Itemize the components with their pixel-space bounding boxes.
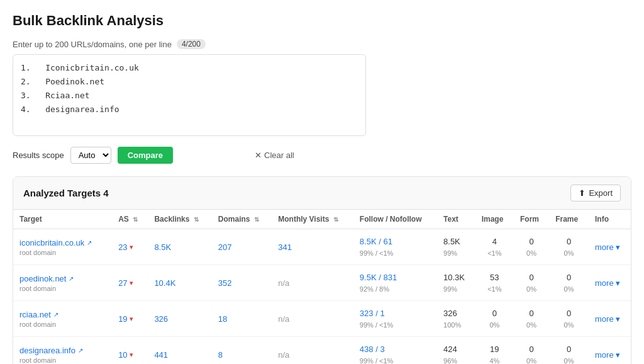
page-title: Bulk Backlink Analysis xyxy=(13,13,631,29)
text-value-3: 424 xyxy=(443,343,469,356)
cell-frame-2: 0 0% xyxy=(549,301,589,337)
follow-pct-2: 99% / <1% xyxy=(360,320,431,331)
cell-info-2: more ▾ xyxy=(589,301,631,337)
target-link-2[interactable]: rciaa.net ↗ xyxy=(19,310,106,319)
more-link-0[interactable]: more ▾ xyxy=(595,242,625,252)
target-link-1[interactable]: poedinok.net ↗ xyxy=(19,274,106,283)
urls-textarea[interactable]: 1. Iconicbritain.co.uk 2. Poedinok.net 3… xyxy=(13,54,366,136)
cell-monthly-visits-0: 341 xyxy=(272,229,353,265)
form-pct-3: 0% xyxy=(520,356,543,365)
col-frame: Frame xyxy=(549,210,589,229)
cell-backlinks-0: 8.5K xyxy=(148,229,211,265)
form-pct-1: 0% xyxy=(520,284,543,295)
frame-pct-0: 0% xyxy=(555,248,582,259)
text-value-1: 10.3K xyxy=(443,271,469,284)
backlinks-value-0[interactable]: 8.5K xyxy=(154,242,171,252)
more-link-1[interactable]: more ▾ xyxy=(595,278,625,288)
target-link-3[interactable]: designarea.info ↗ xyxy=(19,346,106,355)
as-trend-icon-0: ▾ xyxy=(130,243,133,251)
as-value-2[interactable]: 19 xyxy=(118,314,127,324)
table-row: designarea.info ↗ root domain 10 ▾ 441 8… xyxy=(13,337,631,365)
follow-value-3: 438 / 3 xyxy=(360,343,431,356)
text-pct-0: 99% xyxy=(443,248,469,259)
more-arrow-icon-3: ▾ xyxy=(616,350,620,360)
monthly-visits-value-2: n/a xyxy=(278,314,289,324)
export-button[interactable]: ⬆ Export xyxy=(570,185,621,202)
follow-value-0: 8.5K / 61 xyxy=(360,236,431,248)
col-as[interactable]: AS ⇅ xyxy=(112,210,148,229)
cell-image-3: 19 4% xyxy=(475,337,514,365)
cell-text-1: 10.3K 99% xyxy=(437,265,475,301)
image-value-2: 0 xyxy=(482,307,508,320)
text-pct-1: 99% xyxy=(443,284,469,295)
domains-value-0[interactable]: 207 xyxy=(218,242,232,252)
follow-value-2: 323 / 1 xyxy=(360,307,431,320)
backlinks-value-1[interactable]: 10.4K xyxy=(154,278,175,288)
target-link-0[interactable]: iconicbritain.co.uk ↗ xyxy=(19,238,106,247)
cell-form-0: 0 0% xyxy=(514,229,549,265)
compare-button[interactable]: Compare xyxy=(118,147,173,164)
more-link-2[interactable]: more ▾ xyxy=(595,314,625,324)
frame-pct-1: 0% xyxy=(555,284,582,295)
follow-value-1: 9.5K / 831 xyxy=(360,271,431,284)
cell-info-1: more ▾ xyxy=(589,265,631,301)
more-link-3[interactable]: more ▾ xyxy=(595,350,625,360)
col-follow-nofollow: Follow / Nofollow xyxy=(353,210,437,229)
table-row: rciaa.net ↗ root domain 19 ▾ 326 18 n/a … xyxy=(13,301,631,337)
target-type-1: root domain xyxy=(19,285,106,292)
cell-backlinks-3: 441 xyxy=(148,337,211,365)
image-pct-0: <1% xyxy=(482,248,508,259)
more-arrow-icon-1: ▾ xyxy=(616,278,620,288)
frame-value-2: 0 xyxy=(555,307,582,320)
cell-text-2: 326 100% xyxy=(437,301,475,337)
cell-image-1: 53 <1% xyxy=(475,265,514,301)
text-value-2: 326 xyxy=(443,307,469,320)
image-value-1: 53 xyxy=(482,271,508,284)
scope-select[interactable]: Auto xyxy=(70,147,111,164)
cell-target-0: iconicbritain.co.uk ↗ root domain xyxy=(13,229,112,265)
monthly-visits-value-0: 341 xyxy=(278,242,292,252)
clear-all-button[interactable]: ✕ Clear all xyxy=(255,151,294,160)
cell-form-2: 0 0% xyxy=(514,301,549,337)
cell-as-2: 19 ▾ xyxy=(112,301,148,337)
cell-follow-2: 323 / 1 99% / <1% xyxy=(353,301,437,337)
cell-domains-2: 18 xyxy=(212,301,272,337)
text-pct-2: 100% xyxy=(443,320,469,331)
external-link-icon: ↗ xyxy=(87,239,92,246)
as-trend-icon-3: ▾ xyxy=(130,351,133,359)
as-value-3[interactable]: 10 xyxy=(118,350,127,360)
results-table: Target AS ⇅ Backlinks ⇅ Domains ⇅ Monthl… xyxy=(13,210,631,364)
cell-target-1: poedinok.net ↗ root domain xyxy=(13,265,112,301)
text-value-0: 8.5K xyxy=(443,236,469,248)
domains-value-2[interactable]: 18 xyxy=(218,314,227,324)
domains-value-3[interactable]: 8 xyxy=(218,350,223,360)
col-image: Image xyxy=(475,210,514,229)
as-value-1[interactable]: 27 xyxy=(118,278,127,288)
target-type-2: root domain xyxy=(19,321,106,328)
col-info: Info xyxy=(589,210,631,229)
results-scope-label: Results scope xyxy=(13,151,64,160)
cell-domains-0: 207 xyxy=(212,229,272,265)
external-link-icon: ↗ xyxy=(53,311,58,318)
image-value-3: 19 xyxy=(482,343,508,356)
as-trend-icon-2: ▾ xyxy=(130,315,133,323)
cell-as-3: 10 ▾ xyxy=(112,337,148,365)
backlinks-value-3[interactable]: 441 xyxy=(154,350,168,360)
more-arrow-icon-2: ▾ xyxy=(616,314,620,324)
col-domains[interactable]: Domains ⇅ xyxy=(212,210,272,229)
form-pct-0: 0% xyxy=(520,248,543,259)
col-backlinks[interactable]: Backlinks ⇅ xyxy=(148,210,211,229)
external-link-icon: ↗ xyxy=(78,347,83,354)
col-target: Target xyxy=(13,210,112,229)
follow-pct-1: 92% / 8% xyxy=(360,284,431,295)
col-monthly-visits[interactable]: Monthly Visits ⇅ xyxy=(272,210,353,229)
domains-value-1[interactable]: 352 xyxy=(218,278,232,288)
cell-target-2: rciaa.net ↗ root domain xyxy=(13,301,112,337)
clear-icon: ✕ xyxy=(255,151,262,160)
as-value-0[interactable]: 23 xyxy=(118,242,127,252)
as-trend-icon-1: ▾ xyxy=(130,279,133,287)
backlinks-value-2[interactable]: 326 xyxy=(154,314,168,324)
target-type-0: root domain xyxy=(19,249,106,256)
cell-follow-3: 438 / 3 99% / <1% xyxy=(353,337,437,365)
follow-pct-3: 99% / <1% xyxy=(360,356,431,365)
